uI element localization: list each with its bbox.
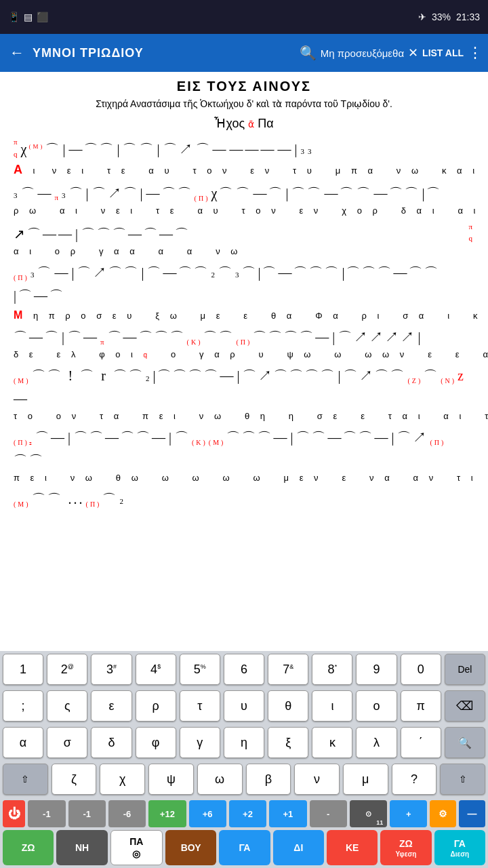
func-zo[interactable]: ΖΩ xyxy=(3,830,54,865)
func-di[interactable]: ΔΙ xyxy=(273,830,324,865)
key-pi[interactable]: π xyxy=(401,690,441,722)
syllable-row-2: ρ ω α ι ν ε ι τ ε α υ τ ο ν ε ν χ ο ρ δ … xyxy=(14,204,474,218)
func-pa[interactable]: ΠΑ ◎ xyxy=(110,830,163,865)
key-sigma-final[interactable]: ς xyxy=(47,690,87,722)
alpha-row-3: ⇧ ζ χ ψ ω β ν μ ? ⇧ xyxy=(0,761,488,797)
func-ke[interactable]: ΚΕ xyxy=(327,830,378,865)
key-0[interactable]: 0 xyxy=(401,654,441,685)
key-kappa[interactable]: κ xyxy=(312,727,352,758)
key-epsilon[interactable]: ε xyxy=(91,690,131,722)
key-tau[interactable]: τ xyxy=(180,690,220,722)
func-zo-yfesi-sub: Υφεση xyxy=(396,850,417,858)
keyboard: 1 2@ 3# 4$ 5% 6 7& 8* 9 0 Del ; ς ε ρ τ … xyxy=(0,651,488,868)
key-del[interactable]: Del xyxy=(445,654,485,685)
key-eta[interactable]: η xyxy=(224,727,264,758)
transpose-minus-button[interactable]: — xyxy=(459,800,485,827)
more-options-icon[interactable]: ⋮ xyxy=(468,44,483,62)
key-zeta[interactable]: ζ xyxy=(52,764,97,795)
syllable-row-3: α ι ο ρ γ α α α α ν ω xyxy=(14,245,474,259)
mode-accent: ᾱ xyxy=(248,119,254,130)
settings-button[interactable]: ⚙ xyxy=(430,800,456,827)
key-9[interactable]: 9 xyxy=(356,654,396,685)
pitch-minus1-a[interactable]: -1 xyxy=(28,800,65,827)
key-sigma[interactable]: σ xyxy=(47,727,87,758)
pitch-minus6[interactable]: -6 xyxy=(108,800,146,827)
key-lambda[interactable]: λ xyxy=(356,727,396,758)
key-1[interactable]: 1 xyxy=(3,654,43,685)
neume-row-1: πq χ(M) ⌒|—⌒⌒|⌒⌒|⌒↗⌒—————| 3 3 xyxy=(14,136,474,160)
func-pa-label: ΠΑ xyxy=(129,836,143,847)
power-button[interactable]: ⏻ xyxy=(3,800,25,827)
neume-row-7: (Π)₂ ⌒—|⌒⌒—⌒⌒—|⌒ (K) (M) ⌒⌒⌒—|⌒⌒—⌒⌒—|⌒↗ … xyxy=(14,427,474,471)
key-chi[interactable]: χ xyxy=(100,764,145,795)
notation-line-5: ⌒—⌒|⌒— π ⌒—⌒⌒⌒ (K) ⌒⌒ (Π) ⌒⌒⌒⌒—|⌒↗↗↗↗| δ… xyxy=(14,326,474,362)
shift-right-key[interactable]: ⇧ xyxy=(440,764,485,795)
key-upsilon[interactable]: υ xyxy=(224,690,264,722)
func-ke-label: ΚΕ xyxy=(346,842,359,853)
syllable-row-7: π ε ι ν ω θ ω ω ω ω ω μ ε ν ε ν α α ν τ … xyxy=(14,471,474,486)
key-xi[interactable]: ξ xyxy=(268,727,308,758)
notation-line-7: (Π)₂ ⌒—|⌒⌒—⌒⌒—|⌒ (K) (M) ⌒⌒⌒—|⌒⌒—⌒⌒—|⌒↗ … xyxy=(14,427,474,486)
key-psi[interactable]: ψ xyxy=(148,764,194,795)
key-rho[interactable]: ρ xyxy=(136,690,176,722)
alpha-row-1: ; ς ε ρ τ υ θ ι ο π ⌫ xyxy=(0,688,488,724)
pitch-plus1[interactable]: +1 xyxy=(269,800,306,827)
key-6[interactable]: 6 xyxy=(224,654,264,685)
func-pa-sub: ◎ xyxy=(132,848,140,859)
syllable-row-8 xyxy=(14,510,474,524)
key-alpha[interactable]: α xyxy=(3,727,43,758)
key-8[interactable]: 8* xyxy=(312,654,352,685)
key-semicolon[interactable]: ; xyxy=(3,690,43,722)
notation-line-4: (Π) 3⌒—|⌒↗⌒⌒|⌒—⌒⌒ 2 ⌒3⌒|⌒—⌒⌒⌒|⌒⌒⌒—⌒⌒|⌒—⌒… xyxy=(14,262,474,324)
func-zo-yfesi[interactable]: ΖΩ Υφεση xyxy=(380,830,431,865)
mode-pa: Πα xyxy=(254,117,273,130)
app-title: ΥΜΝΟΙ ΤΡΙΩΔΙΟΥ xyxy=(33,46,144,60)
pitch-plus12[interactable]: +12 xyxy=(148,800,186,827)
key-question[interactable]: ? xyxy=(392,764,437,795)
key-5[interactable]: 5% xyxy=(180,654,220,685)
pitch-minus[interactable]: - xyxy=(310,800,347,827)
func-ga-diesi[interactable]: ΓΑ Διεση xyxy=(434,830,485,865)
key-nu[interactable]: ν xyxy=(294,764,340,795)
key-4[interactable]: 4$ xyxy=(136,654,176,685)
pitch-plus[interactable]: + xyxy=(390,800,427,827)
key-search[interactable]: 🔍 xyxy=(445,727,485,758)
key-accent[interactable]: ΄ xyxy=(401,727,441,758)
backspace-button[interactable]: ⌫ xyxy=(445,690,485,722)
func-ga-diesi-label: ΓΑ xyxy=(454,838,466,849)
neume-row-4: (Π) 3⌒—|⌒↗⌒⌒|⌒—⌒⌒ 2 ⌒3⌒|⌒—⌒⌒⌒|⌒⌒⌒—⌒⌒|⌒—⌒ xyxy=(14,262,474,307)
clock: 21:33 xyxy=(456,12,480,22)
pitch-plus2[interactable]: +2 xyxy=(229,800,266,827)
func-zo-label: ΖΩ xyxy=(22,842,35,853)
key-iota[interactable]: ι xyxy=(312,690,352,722)
cast-icon: ⬛ xyxy=(37,12,48,22)
list-all-button[interactable]: LIST ALL xyxy=(422,47,464,58)
func-ga[interactable]: ΓΑ xyxy=(219,830,270,865)
back-button[interactable]: ← xyxy=(5,40,28,66)
key-2[interactable]: 2@ xyxy=(47,654,87,685)
key-phi[interactable]: φ xyxy=(136,727,176,758)
pitch-plus6[interactable]: +6 xyxy=(189,800,226,827)
search-text: Μη προσευξόμεθα xyxy=(321,47,404,59)
key-theta[interactable]: θ xyxy=(268,690,308,722)
key-delta[interactable]: δ xyxy=(91,727,131,758)
syllable-row-1: Α ι ν ε ι τ ε α υ τ ο ν ε ν τ υ μ π α ν … xyxy=(14,160,474,180)
key-omicron[interactable]: ο xyxy=(356,690,396,722)
syllable-row-5: δ ε ε λ φ ο ι q ο γ α ρ υ ψ ω ω ω ω ν ε … xyxy=(14,348,474,362)
main-content: ΕΙΣ ΤΟΥΣ ΑΙΝΟΥΣ Στιχηρά Αναστάσιμα τῆς Ὀ… xyxy=(0,72,488,635)
pitch-meter[interactable]: ⊙11 xyxy=(350,800,387,827)
close-search-button[interactable]: ✕ xyxy=(408,45,418,60)
search-icon[interactable]: 🔍 xyxy=(300,45,317,61)
func-ni[interactable]: ΝΗ xyxy=(56,830,107,865)
status-right-info: ✈ 33% 21:33 xyxy=(418,12,480,22)
key-gamma[interactable]: γ xyxy=(180,727,220,758)
func-bou[interactable]: ΒΟΥ xyxy=(165,830,216,865)
key-beta[interactable]: β xyxy=(246,764,291,795)
toolbar: ← ΥΜΝΟΙ ΤΡΙΩΔΙΟΥ 🔍 Μη προσευξόμεθα ✕ LIS… xyxy=(0,34,488,72)
pitch-minus1-b[interactable]: -1 xyxy=(68,800,106,827)
shift-key[interactable]: ⇧ xyxy=(3,764,48,795)
key-7[interactable]: 7& xyxy=(268,654,308,685)
key-mu[interactable]: μ xyxy=(343,764,388,795)
key-3[interactable]: 3# xyxy=(91,654,131,685)
key-omega[interactable]: ω xyxy=(197,764,243,795)
